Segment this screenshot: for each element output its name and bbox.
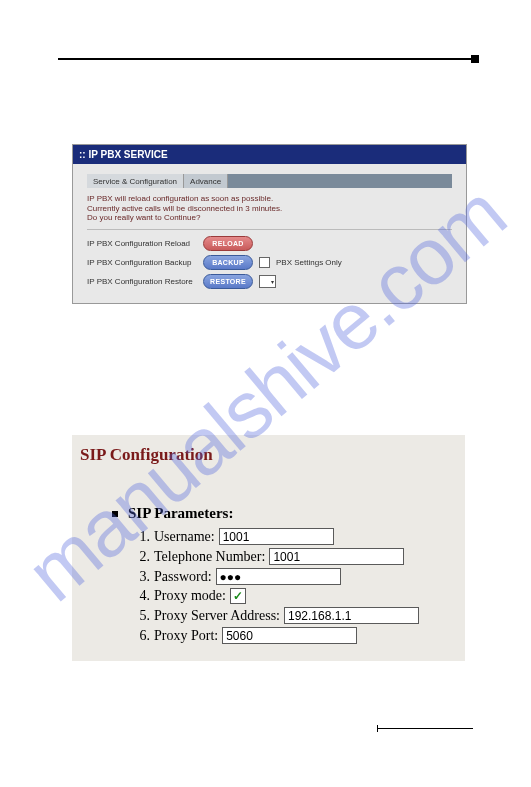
param-proxy-server: 5. Proxy Server Address: 192.168.1.1 — [132, 607, 457, 624]
param-num: 3. — [132, 569, 150, 585]
param-telephone: 2. Telephone Number: 1001 — [132, 548, 457, 565]
telephone-label: Telephone Number: — [154, 549, 265, 565]
proxy-server-field[interactable]: 192.168.1.1 — [284, 607, 419, 624]
row-reload: IP PBX Configuration Reload RELOAD — [87, 234, 452, 253]
proxy-server-label: Proxy Server Address: — [154, 608, 280, 624]
sip-parameters-title: SIP Parameters: — [128, 505, 233, 522]
password-field[interactable]: ●●● — [216, 568, 341, 585]
param-num: 4. — [132, 588, 150, 604]
username-field[interactable]: 1001 — [219, 528, 334, 545]
tab-bar: Service & Configuration Advance — [87, 174, 452, 188]
header-rule — [58, 58, 473, 60]
pbx-settings-only-label: PBX Settings Only — [276, 258, 342, 267]
tab-service-configuration[interactable]: Service & Configuration — [87, 174, 184, 188]
proxy-port-field[interactable]: 5060 — [222, 627, 357, 644]
sip-parameters-header: SIP Parameters: — [112, 505, 457, 522]
param-num: 2. — [132, 549, 150, 565]
parameter-list: 1. Username: 1001 2. Telephone Number: 1… — [112, 528, 457, 644]
restore-dropdown[interactable]: ▾ — [259, 275, 276, 288]
param-num: 5. — [132, 608, 150, 624]
proxy-mode-label: Proxy mode: — [154, 588, 226, 604]
param-username: 1. Username: 1001 — [132, 528, 457, 545]
message-line-1: IP PBX will reload configuration as soon… — [87, 194, 452, 204]
proxy-port-label: Proxy Port: — [154, 628, 218, 644]
warning-message: IP PBX will reload configuration as soon… — [87, 188, 452, 230]
message-line-2: Currently active calls will be disconnec… — [87, 204, 452, 214]
param-num: 1. — [132, 529, 150, 545]
telephone-field[interactable]: 1001 — [269, 548, 404, 565]
backup-button[interactable]: BACKUP — [203, 255, 253, 270]
password-label: Password: — [154, 569, 212, 585]
pbx-settings-only-checkbox[interactable] — [259, 257, 270, 268]
sip-parameters-section: SIP Parameters: 1. Username: 1001 2. Tel… — [80, 505, 457, 644]
param-num: 6. — [132, 628, 150, 644]
row-restore: IP PBX Configuration Restore RESTORE ▾ — [87, 272, 452, 291]
username-label: Username: — [154, 529, 215, 545]
reload-button[interactable]: RELOAD — [203, 236, 253, 251]
restore-button[interactable]: RESTORE — [203, 274, 253, 289]
tab-advance[interactable]: Advance — [184, 174, 228, 188]
param-proxy-port: 6. Proxy Port: 5060 — [132, 627, 457, 644]
proxy-mode-checkbox[interactable]: ✓ — [230, 588, 246, 604]
bullet-icon — [112, 511, 118, 517]
panel-body: Service & Configuration Advance IP PBX w… — [73, 164, 466, 303]
param-proxy-mode: 4. Proxy mode: ✓ — [132, 588, 457, 604]
ip-pbx-service-panel: :: IP PBX SERVICE Service & Configuratio… — [72, 144, 467, 304]
param-password: 3. Password: ●●● — [132, 568, 457, 585]
sip-configuration-panel: SIP Configuration SIP Parameters: 1. Use… — [72, 435, 465, 661]
reload-label: IP PBX Configuration Reload — [87, 239, 197, 248]
restore-label: IP PBX Configuration Restore — [87, 277, 197, 286]
sip-title: SIP Configuration — [80, 445, 457, 465]
message-line-3: Do you really want to Continue? — [87, 213, 452, 223]
backup-label: IP PBX Configuration Backup — [87, 258, 197, 267]
row-backup: IP PBX Configuration Backup BACKUP PBX S… — [87, 253, 452, 272]
footer-rule — [378, 728, 473, 729]
panel-title: :: IP PBX SERVICE — [73, 145, 466, 164]
